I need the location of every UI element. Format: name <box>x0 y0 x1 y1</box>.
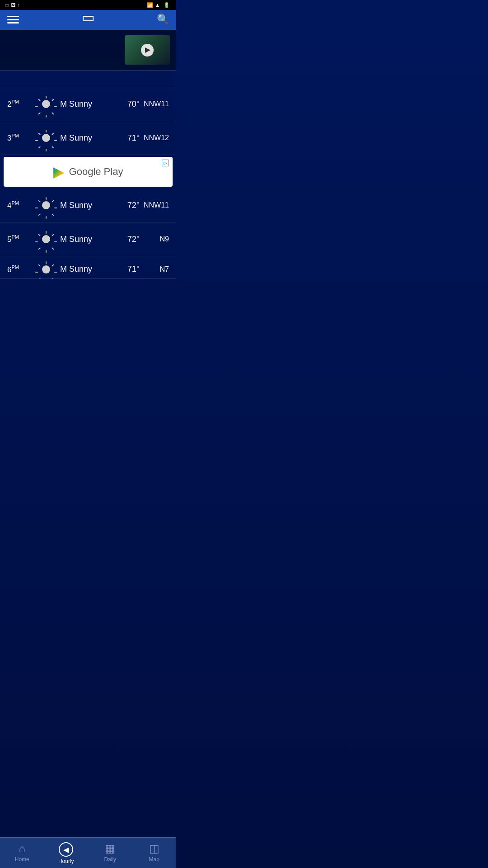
weather-condition: M Sunny <box>60 264 115 274</box>
search-button[interactable]: 🔍 <box>157 14 169 25</box>
hourly-row: 6PM M Sunny 71° N7 <box>0 256 176 279</box>
upload-icon: ↑ <box>18 2 20 8</box>
status-right-info: 📶 ▲ 🔋 <box>147 2 172 8</box>
wind-speed: NNW11 <box>140 100 169 108</box>
status-left-icons: ▭ 🖼 ↑ <box>5 2 20 8</box>
weather-condition: M Sunny <box>60 133 115 143</box>
hourly-row: 4PM M Sunny 72° NNW11 <box>0 189 176 222</box>
hour-label: 4PM <box>7 200 32 210</box>
video-thumb-bg <box>125 35 170 65</box>
google-play-text: Google Play <box>69 166 123 178</box>
date-header <box>0 71 176 87</box>
hour-label: 5PM <box>7 234 32 244</box>
status-bar: ▭ 🖼 ↑ 📶 ▲ 🔋 <box>0 0 176 10</box>
google-play-ad: ▶ Google Play <box>53 163 123 180</box>
temperature: 70° <box>115 99 140 109</box>
signal-icon: ▲ <box>155 2 160 8</box>
hourly-row: 5PM M Sunny 72° N9 <box>0 222 176 256</box>
app-header: 🔍 <box>0 10 176 30</box>
weather-icon <box>38 95 55 113</box>
temperature: 71° <box>115 264 140 274</box>
screen-icon: ▭ <box>5 2 9 8</box>
wind-speed: NNW12 <box>140 134 169 142</box>
wind-speed: N9 <box>140 235 169 243</box>
play-button[interactable] <box>141 44 154 57</box>
hourly-list: 2PM M Sunny 70° NNW11 3PM M Sunny 71° NN… <box>0 87 176 311</box>
hour-label: 2PM <box>7 99 32 109</box>
weather-icon <box>38 129 55 146</box>
menu-button[interactable] <box>7 16 19 24</box>
weather-icon <box>38 231 55 248</box>
video-thumbnail[interactable] <box>125 35 170 65</box>
wind-speed: N7 <box>140 265 169 274</box>
weather-icon <box>38 197 55 214</box>
ad-banner[interactable]: ▷ ▶ Google Play <box>4 157 173 187</box>
google-play-triangle-icon: ▶ <box>53 163 65 180</box>
hourly-row: 2PM M Sunny 70° NNW11 <box>0 87 176 121</box>
battery-icon: 🔋 <box>164 2 170 8</box>
weather-condition: M Sunny <box>60 235 115 244</box>
hour-label: 6PM <box>7 264 32 274</box>
hourly-row: 3PM M Sunny 71° NNW12 <box>0 121 176 155</box>
wind-speed: NNW11 <box>140 201 169 209</box>
weather-icon <box>38 261 55 278</box>
temperature: 72° <box>115 201 140 210</box>
temperature: 72° <box>115 235 140 244</box>
wifi-icon: 📶 <box>147 2 153 8</box>
hour-label: 3PM <box>7 133 32 143</box>
app-logo <box>83 16 94 23</box>
weather-condition: M Sunny <box>60 99 115 109</box>
logo-box <box>83 16 94 21</box>
video-section <box>0 30 176 71</box>
weather-condition: M Sunny <box>60 201 115 210</box>
temperature: 71° <box>115 133 140 143</box>
image-icon: 🖼 <box>11 2 16 8</box>
ad-icon: ▷ <box>162 160 169 166</box>
